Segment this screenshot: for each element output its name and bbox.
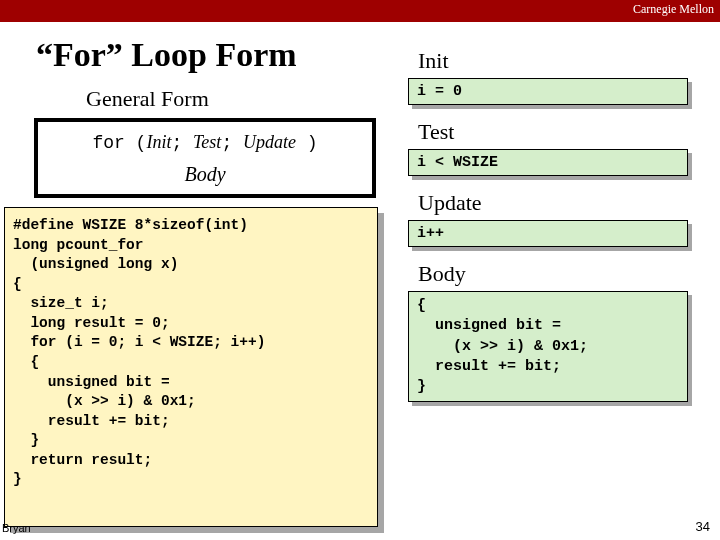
- update-label: Update: [418, 190, 700, 216]
- update-box: i++: [408, 220, 688, 247]
- test-label: Test: [418, 119, 700, 145]
- institution-label: Carnegie Mellon: [633, 2, 714, 17]
- init-box: i = 0: [408, 78, 688, 105]
- body-box: { unsigned bit = (x >> i) & 0x1; result …: [408, 291, 688, 402]
- page-number: 34: [696, 519, 710, 534]
- test-placeholder: Test: [193, 132, 221, 152]
- test-code: i < WSIZE: [408, 149, 688, 176]
- slide: Carnegie Mellon “For” Loop Form General …: [0, 0, 720, 540]
- sep2: ;: [221, 133, 243, 153]
- init-placeholder: Init: [146, 132, 171, 152]
- init-section: Init i = 0: [400, 48, 700, 105]
- paren-close: ): [296, 133, 318, 153]
- body-code: { unsigned bit = (x >> i) & 0x1; result …: [408, 291, 688, 402]
- code-panel: #define WSIZE 8*sizeof(int) long pcount_…: [4, 207, 378, 527]
- paren-open: (: [125, 133, 147, 153]
- init-label: Init: [418, 48, 700, 74]
- test-box: i < WSIZE: [408, 149, 688, 176]
- update-code: i++: [408, 220, 688, 247]
- body-label: Body: [418, 261, 700, 287]
- update-section: Update i++: [400, 190, 700, 247]
- code-block: #define WSIZE 8*sizeof(int) long pcount_…: [4, 207, 378, 527]
- top-bar: Carnegie Mellon: [0, 0, 720, 22]
- init-code: i = 0: [408, 78, 688, 105]
- update-placeholder: Update: [243, 132, 296, 152]
- slide-title: “For” Loop Form: [36, 36, 297, 74]
- keyword-for: for: [92, 133, 124, 153]
- general-form-heading: General Form: [86, 86, 209, 112]
- for-syntax-line: for (Init; Test; Update ): [44, 132, 366, 153]
- sep1: ;: [171, 133, 193, 153]
- right-column: Init i = 0 Test i < WSIZE Update i++ Bod…: [400, 44, 700, 408]
- test-section: Test i < WSIZE: [400, 119, 700, 176]
- author-fragment: Bryan: [2, 522, 31, 534]
- code-text: #define WSIZE 8*sizeof(int) long pcount_…: [13, 216, 369, 490]
- body-section: Body { unsigned bit = (x >> i) & 0x1; re…: [400, 261, 700, 402]
- for-syntax-box: for (Init; Test; Update ) Body: [34, 118, 376, 198]
- body-placeholder: Body: [44, 163, 366, 186]
